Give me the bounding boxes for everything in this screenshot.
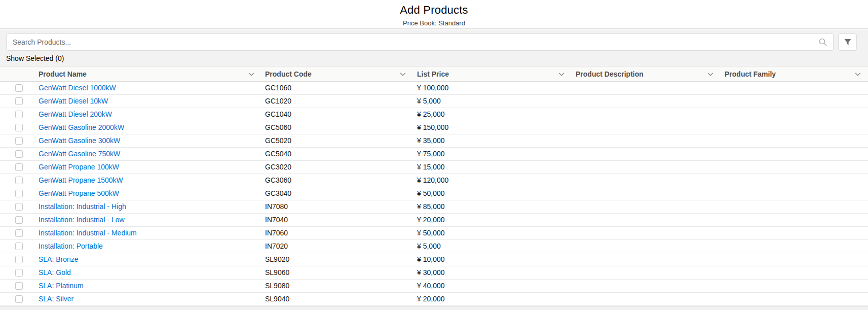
column-label: Product Code bbox=[265, 70, 312, 78]
product-code-cell: GC3060 bbox=[261, 174, 411, 187]
product-code-cell: IN7020 bbox=[261, 240, 411, 253]
row-checkbox-cell bbox=[0, 280, 28, 292]
product-code-cell: SL9040 bbox=[261, 293, 411, 305]
row-checkbox-cell bbox=[0, 266, 28, 279]
row-checkbox-cell bbox=[0, 227, 28, 239]
list-price-cell: ¥ 120,000 bbox=[411, 174, 570, 187]
product-name-link[interactable]: GenWatt Gasoline 750kW bbox=[39, 150, 120, 158]
product-name-link[interactable]: Installation: Portable bbox=[39, 242, 103, 250]
page-title: Add Products bbox=[0, 0, 868, 17]
product-family-cell bbox=[720, 134, 868, 147]
list-price-cell: ¥ 20,000 bbox=[411, 214, 570, 226]
row-checkbox[interactable] bbox=[15, 97, 23, 105]
row-checkbox[interactable] bbox=[15, 295, 23, 303]
product-name-link[interactable]: GenWatt Propane 1500kW bbox=[39, 176, 123, 184]
product-family-cell bbox=[720, 227, 868, 239]
list-price-cell: ¥ 30,000 bbox=[411, 266, 570, 279]
row-checkbox[interactable] bbox=[15, 137, 23, 145]
table-row: SLA: Platinum SL9080 ¥ 40,000 bbox=[0, 280, 868, 293]
row-checkbox[interactable] bbox=[15, 163, 23, 171]
show-selected-toggle[interactable]: Show Selected (0) bbox=[6, 54, 64, 62]
row-checkbox[interactable] bbox=[15, 282, 23, 290]
column-header-product-name[interactable]: Product Name bbox=[28, 66, 261, 81]
product-family-cell bbox=[720, 148, 868, 160]
product-name-link[interactable]: SLA: Platinum bbox=[39, 282, 84, 290]
product-code-cell: GC5020 bbox=[261, 134, 411, 147]
row-checkbox[interactable] bbox=[15, 177, 23, 184]
product-description-cell bbox=[570, 253, 720, 266]
table-row: SLA: Gold SL9060 ¥ 30,000 bbox=[0, 266, 868, 280]
product-code-cell: SL9080 bbox=[261, 280, 411, 292]
chevron-down-icon[interactable] bbox=[558, 71, 565, 78]
row-checkbox[interactable] bbox=[15, 229, 23, 237]
table-row: GenWatt Diesel 10kW GC1020 ¥ 5,000 bbox=[0, 95, 868, 108]
row-checkbox[interactable] bbox=[15, 256, 23, 263]
product-name-link[interactable]: GenWatt Gasoline 2000kW bbox=[39, 123, 124, 131]
funnel-icon bbox=[844, 38, 852, 46]
product-description-cell bbox=[570, 280, 720, 292]
chevron-down-icon[interactable] bbox=[248, 71, 255, 78]
row-checkbox[interactable] bbox=[15, 243, 23, 250]
product-name-link[interactable]: Installation: Industrial - Medium bbox=[39, 229, 137, 237]
column-header-product-family[interactable]: Product Family bbox=[720, 66, 868, 81]
row-checkbox[interactable] bbox=[15, 216, 23, 224]
list-price-cell: ¥ 50,000 bbox=[411, 187, 570, 200]
search-icon bbox=[819, 38, 827, 46]
product-name-link[interactable]: GenWatt Diesel 10kW bbox=[39, 97, 108, 105]
row-checkbox[interactable] bbox=[15, 203, 23, 211]
product-code-cell: GC1040 bbox=[261, 108, 411, 121]
row-checkbox[interactable] bbox=[15, 111, 23, 118]
column-label: Product Family bbox=[725, 70, 776, 78]
chevron-down-icon[interactable] bbox=[854, 71, 861, 78]
row-checkbox[interactable] bbox=[15, 84, 23, 92]
row-checkbox[interactable] bbox=[15, 269, 23, 277]
row-checkbox-cell bbox=[0, 134, 28, 147]
product-name-link[interactable]: SLA: Bronze bbox=[39, 255, 79, 263]
row-checkbox-cell bbox=[0, 174, 28, 187]
row-checkbox[interactable] bbox=[15, 124, 23, 131]
list-price-cell: ¥ 15,000 bbox=[411, 161, 570, 174]
search-input[interactable] bbox=[6, 33, 834, 51]
list-price-cell: ¥ 35,000 bbox=[411, 134, 570, 147]
row-checkbox-cell bbox=[0, 82, 28, 94]
product-name-link[interactable]: SLA: Silver bbox=[39, 295, 73, 303]
product-family-cell bbox=[720, 108, 868, 121]
list-price-cell: ¥ 5,000 bbox=[411, 95, 570, 108]
table-row: Installation: Industrial - High IN7080 ¥… bbox=[0, 200, 868, 214]
product-name-link[interactable]: GenWatt Propane 100kW bbox=[39, 163, 119, 171]
product-name-cell: GenWatt Propane 1500kW bbox=[28, 174, 261, 187]
product-family-cell bbox=[720, 174, 868, 187]
product-name-cell: Installation: Portable bbox=[28, 240, 261, 253]
product-name-cell: GenWatt Propane 100kW bbox=[28, 161, 261, 174]
price-book-subtitle: Price Book: Standard bbox=[0, 19, 868, 27]
column-header-product-description[interactable]: Product Description bbox=[570, 66, 720, 81]
table-row: GenWatt Gasoline 2000kW GC5060 ¥ 150,000 bbox=[0, 121, 868, 134]
product-description-cell bbox=[570, 148, 720, 160]
row-checkbox[interactable] bbox=[15, 150, 23, 158]
product-name-cell: GenWatt Diesel 1000kW bbox=[28, 82, 261, 94]
product-name-link[interactable]: Installation: Industrial - Low bbox=[39, 216, 125, 224]
product-name-link[interactable]: SLA: Gold bbox=[39, 268, 71, 277]
product-name-link[interactable]: GenWatt Propane 500kW bbox=[39, 189, 119, 197]
product-name-link[interactable]: GenWatt Diesel 200kW bbox=[39, 110, 112, 118]
product-description-cell bbox=[570, 121, 720, 134]
modal-footer bbox=[0, 306, 868, 310]
product-name-cell: Installation: Industrial - Low bbox=[28, 214, 261, 226]
search-field-wrapper bbox=[6, 33, 834, 51]
product-name-cell: SLA: Platinum bbox=[28, 280, 261, 292]
chevron-down-icon[interactable] bbox=[399, 71, 406, 78]
row-checkbox[interactable] bbox=[15, 190, 23, 197]
product-family-cell bbox=[720, 266, 868, 279]
table-row: Installation: Portable IN7020 ¥ 5,000 bbox=[0, 240, 868, 253]
filter-button[interactable] bbox=[838, 33, 857, 51]
product-description-cell bbox=[570, 161, 720, 174]
product-name-link[interactable]: GenWatt Diesel 1000kW bbox=[39, 84, 116, 92]
product-name-link[interactable]: Installation: Industrial - High bbox=[39, 202, 126, 211]
column-header-product-code[interactable]: Product Code bbox=[261, 66, 411, 81]
product-family-cell bbox=[720, 82, 868, 94]
product-name-link[interactable]: GenWatt Gasoline 300kW bbox=[39, 136, 120, 145]
column-header-list-price[interactable]: List Price bbox=[411, 66, 570, 81]
chevron-down-icon[interactable] bbox=[707, 71, 714, 78]
column-label: List Price bbox=[417, 70, 449, 78]
row-checkbox-cell bbox=[0, 95, 28, 108]
